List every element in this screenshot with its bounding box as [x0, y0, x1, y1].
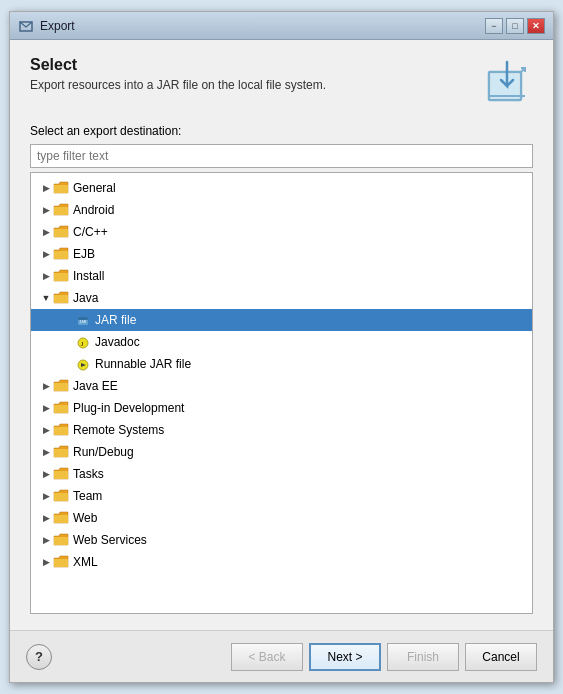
tree-item-web-services[interactable]: ▶ Web Services — [31, 529, 532, 551]
expand-arrow-general: ▶ — [39, 181, 53, 195]
window-title: Export — [40, 19, 485, 33]
folder-icon-android — [53, 202, 69, 218]
tree-item-team[interactable]: ▶ Team — [31, 485, 532, 507]
export-icon — [481, 56, 533, 108]
label-javadoc: Javadoc — [95, 335, 140, 349]
expand-arrow-tasks: ▶ — [39, 467, 53, 481]
next-button[interactable]: Next > — [309, 643, 381, 671]
tree-container: ▶ General ▶ Android ▶ — [30, 172, 533, 614]
folder-icon-plugin — [53, 400, 69, 416]
expand-arrow-runnable — [61, 357, 75, 371]
folder-icon-tasks — [53, 466, 69, 482]
expand-arrow-ejb: ▶ — [39, 247, 53, 261]
label-install: Install — [73, 269, 104, 283]
tree-item-web[interactable]: ▶ Web — [31, 507, 532, 529]
label-remote-systems: Remote Systems — [73, 423, 164, 437]
export-window: Export − □ ✕ Select Export resources int… — [9, 11, 554, 683]
expand-arrow-team: ▶ — [39, 489, 53, 503]
titlebar: Export − □ ✕ — [10, 12, 553, 40]
svg-text:JAR: JAR — [79, 319, 87, 324]
tree-item-android[interactable]: ▶ Android — [31, 199, 532, 221]
expand-arrow-install: ▶ — [39, 269, 53, 283]
header-section: Select Export resources into a JAR file … — [30, 56, 533, 108]
header-text: Select Export resources into a JAR file … — [30, 56, 471, 92]
folder-icon-team — [53, 488, 69, 504]
tree-item-jar-file[interactable]: JAR JAR file — [31, 309, 532, 331]
expand-arrow-javaee: ▶ — [39, 379, 53, 393]
label-tasks: Tasks — [73, 467, 104, 481]
folder-icon-install — [53, 268, 69, 284]
filter-input[interactable] — [30, 144, 533, 168]
expand-arrow-xml: ▶ — [39, 555, 53, 569]
folder-icon-web — [53, 510, 69, 526]
label-android: Android — [73, 203, 114, 217]
back-button[interactable]: < Back — [231, 643, 303, 671]
expand-arrow-webservices: ▶ — [39, 533, 53, 547]
label-xml: XML — [73, 555, 98, 569]
folder-icon-ejb — [53, 246, 69, 262]
tree-item-tasks[interactable]: ▶ Tasks — [31, 463, 532, 485]
tree-item-remote-systems[interactable]: ▶ Remote Systems — [31, 419, 532, 441]
window-icon — [18, 18, 34, 34]
expand-arrow-run: ▶ — [39, 445, 53, 459]
folder-icon-cpp — [53, 224, 69, 240]
label-web: Web — [73, 511, 97, 525]
tree-item-cpp[interactable]: ▶ C/C++ — [31, 221, 532, 243]
svg-rect-2 — [491, 74, 519, 98]
label-web-services: Web Services — [73, 533, 147, 547]
tree-item-javadoc[interactable]: J Javadoc — [31, 331, 532, 353]
folder-icon-remote — [53, 422, 69, 438]
tree-item-general[interactable]: ▶ General — [31, 177, 532, 199]
tree-item-java-ee[interactable]: ▶ Java EE — [31, 375, 532, 397]
expand-arrow-cpp: ▶ — [39, 225, 53, 239]
finish-button[interactable]: Finish — [387, 643, 459, 671]
label-plugin-dev: Plug-in Development — [73, 401, 184, 415]
label-ejb: EJB — [73, 247, 95, 261]
tree-item-xml[interactable]: ▶ XML — [31, 551, 532, 573]
window-controls: − □ ✕ — [485, 18, 545, 34]
expand-arrow-java: ▼ — [39, 291, 53, 305]
expand-arrow-javadoc — [61, 335, 75, 349]
expand-arrow-remote: ▶ — [39, 423, 53, 437]
label-cpp: C/C++ — [73, 225, 108, 239]
folder-icon-webservices — [53, 532, 69, 548]
expand-arrow-plugin: ▶ — [39, 401, 53, 415]
minimize-button[interactable]: − — [485, 18, 503, 34]
expand-arrow-android: ▶ — [39, 203, 53, 217]
label-runnable-jar: Runnable JAR file — [95, 357, 191, 371]
dialog-title: Select — [30, 56, 471, 74]
jar-icon: JAR — [75, 312, 91, 328]
runnable-jar-icon — [75, 356, 91, 372]
label-java-ee: Java EE — [73, 379, 118, 393]
folder-icon-general — [53, 180, 69, 196]
folder-icon-java — [53, 290, 69, 306]
javadoc-icon: J — [75, 334, 91, 350]
tree-item-plugin-dev[interactable]: ▶ Plug-in Development — [31, 397, 532, 419]
dialog-description: Export resources into a JAR file on the … — [30, 78, 471, 92]
help-button[interactable]: ? — [26, 644, 52, 670]
tree-item-ejb[interactable]: ▶ EJB — [31, 243, 532, 265]
expand-arrow-jar — [61, 313, 75, 327]
maximize-button[interactable]: □ — [506, 18, 524, 34]
section-label: Select an export destination: — [30, 124, 533, 138]
label-team: Team — [73, 489, 102, 503]
tree-item-java[interactable]: ▼ Java — [31, 287, 532, 309]
tree-item-runnable-jar[interactable]: Runnable JAR file — [31, 353, 532, 375]
tree-item-run-debug[interactable]: ▶ Run/Debug — [31, 441, 532, 463]
label-general: General — [73, 181, 116, 195]
dialog-content: Select Export resources into a JAR file … — [10, 40, 553, 630]
bottom-bar: ? < Back Next > Finish Cancel — [10, 630, 553, 682]
folder-icon-run — [53, 444, 69, 460]
label-jar-file: JAR file — [95, 313, 136, 327]
close-button[interactable]: ✕ — [527, 18, 545, 34]
tree-item-install[interactable]: ▶ Install — [31, 265, 532, 287]
svg-text:J: J — [81, 341, 84, 347]
label-run-debug: Run/Debug — [73, 445, 134, 459]
folder-icon-javaee — [53, 378, 69, 394]
folder-icon-xml — [53, 554, 69, 570]
expand-arrow-web: ▶ — [39, 511, 53, 525]
label-java: Java — [73, 291, 98, 305]
cancel-button[interactable]: Cancel — [465, 643, 537, 671]
